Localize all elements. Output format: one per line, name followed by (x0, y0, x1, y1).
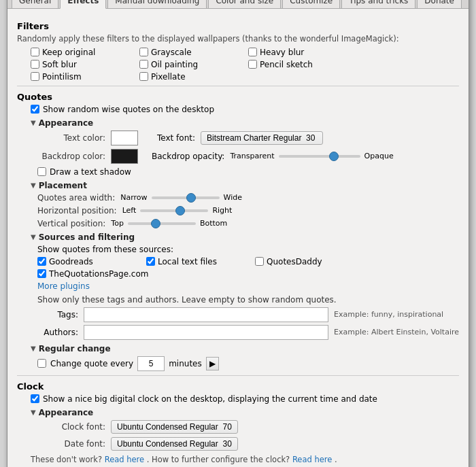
quotes-sources-section: ▼ Sources and filtering Show quotes from… (31, 232, 459, 340)
clock-font-button[interactable]: Ubuntu Condensed Regular 70 (111, 420, 238, 434)
authors-input[interactable] (84, 325, 328, 340)
filters-title: Filters (17, 21, 459, 31)
quotes-placement-arrow: ▼ (31, 181, 36, 189)
source-thequotationspage-checkbox[interactable] (37, 269, 46, 278)
backdrop-opacity-label: Backdrop opacity: (152, 152, 224, 161)
clock-help-text-middle: . How to further configure the clock? (147, 455, 290, 464)
tab-effects[interactable]: Effects (60, 0, 106, 9)
backdrop-color-picker[interactable] (111, 149, 138, 164)
date-font-value: Ubuntu Condensed Regular (117, 439, 218, 449)
text-font-label: Text font: (157, 133, 195, 143)
text-font-size: 30 (306, 133, 315, 143)
clock-help-text: These don't work? Read here . How to fur… (31, 455, 459, 464)
clock-appearance-label: Appearance (39, 408, 94, 417)
filter-pencil-sketch-checkbox[interactable] (248, 60, 257, 69)
quotes-show-checkbox[interactable] (31, 105, 39, 114)
filter-heavy-blur: Heavy blur (248, 48, 357, 57)
filter-pencil-sketch-label: Pencil sketch (260, 60, 313, 69)
filter-keep-original-label: Keep original (42, 48, 95, 57)
clock-read-here-2-link[interactable]: Read here (292, 455, 332, 464)
filter-grayscale-checkbox[interactable] (139, 48, 148, 56)
clock-appearance-header[interactable]: ▼ Appearance (31, 408, 459, 417)
tab-color-and-size[interactable]: Color and size (208, 0, 281, 8)
source-goodreads-checkbox[interactable] (37, 257, 46, 266)
tags-label: Tags: (37, 310, 78, 319)
horiz-slider[interactable] (140, 209, 208, 212)
filter-pixellate: Pixellate (139, 72, 248, 82)
authors-example: Example: Albert Einstein, Voltaire (334, 328, 459, 336)
clock-show-label: Show a nice big digital clock on the des… (43, 394, 377, 404)
clock-appearance-section: ▼ Appearance Clock font: Ubuntu Condense… (31, 408, 459, 451)
filter-keep-original-checkbox[interactable] (31, 48, 39, 56)
vert-slider[interactable] (128, 222, 196, 225)
source-quotesdaddy-checkbox[interactable] (255, 257, 264, 266)
tab-customize[interactable]: Customize (282, 0, 340, 8)
quotes-sources-header[interactable]: ▼ Sources and filtering (31, 232, 459, 242)
filter-pointilism-checkbox[interactable] (31, 72, 39, 81)
quotes-regular-change-content: Change quote every minutes ▶ (37, 356, 459, 371)
filter-pixellate-checkbox[interactable] (139, 72, 148, 81)
text-font-value: Bitstream Charter Regular (207, 133, 301, 143)
transparent-label: Transparent (230, 152, 274, 160)
quotes-regular-change-label: Regular change (39, 344, 111, 353)
more-plugins-link[interactable]: More plugins (37, 281, 459, 291)
shadow-label: Draw a text shadow (50, 167, 131, 177)
text-font-button[interactable]: Bitstream Charter Regular 30 (201, 131, 323, 145)
filter-soft-blur: Soft blur (31, 60, 139, 69)
shadow-checkbox[interactable] (37, 167, 46, 176)
date-font-size: 30 (222, 439, 231, 449)
tags-row: Tags: Example: funny, inspirational (37, 307, 459, 322)
tab-tips-and-tricks[interactable]: Tips and tricks (341, 0, 415, 8)
filter-keep-original: Keep original (31, 48, 139, 57)
filter-pointilism-label: Pointilism (42, 72, 82, 82)
narrow-label: Narrow (120, 193, 147, 202)
quotes-appearance-content: Text color: Text font: Bitstream Charter… (37, 131, 459, 177)
change-quote-label: Change quote every (50, 359, 133, 368)
authors-row: Authors: Example: Albert Einstein, Volta… (37, 325, 459, 340)
source-quotesdaddy-label: QuotesDaddy (267, 257, 322, 266)
change-quote-checkbox[interactable] (37, 359, 46, 368)
quotes-title: Quotes (17, 92, 459, 102)
opacity-slider-row: Transparent Opaque (230, 152, 393, 160)
horiz-row: Horizontal position: Left Right (37, 206, 459, 215)
content-area: Filters Randomly apply these filters to … (7, 9, 469, 468)
quotes-placement-header[interactable]: ▼ Placement (31, 181, 459, 190)
quotes-placement-label: Placement (39, 181, 87, 190)
filter-heavy-blur-label: Heavy blur (260, 48, 304, 57)
width-slider[interactable] (152, 196, 220, 199)
date-font-button[interactable]: Ubuntu Condensed Regular 30 (111, 437, 238, 451)
quotes-placement-section: ▼ Placement Quotes area width: Narrow Wi… (31, 181, 459, 228)
left-label: Left (122, 206, 137, 215)
filter-grayscale: Grayscale (139, 48, 248, 57)
filter-soft-blur-checkbox[interactable] (31, 60, 39, 69)
text-color-row: Text color: Text font: Bitstream Charter… (37, 131, 459, 145)
source-goodreads: Goodreads (37, 257, 146, 266)
filter-pointilism: Pointilism (31, 72, 139, 82)
quotes-appearance-section: ▼ Appearance Text color: Text font: Bits… (31, 118, 459, 177)
text-color-label: Text color: (37, 133, 105, 143)
filter-oil-painting-checkbox[interactable] (139, 60, 148, 69)
clock-period: . (335, 455, 337, 464)
tab-manual-downloading[interactable]: Manual downloading (107, 0, 207, 8)
tab-general[interactable]: General (12, 0, 58, 8)
vert-row: Vertical position: Top Bottom (37, 219, 459, 228)
clock-show-checkbox[interactable] (31, 394, 39, 403)
source-thequotationspage-label: TheQuotationsPage.com (49, 269, 149, 279)
source-local-text-checkbox[interactable] (146, 257, 155, 266)
tags-input[interactable] (84, 307, 328, 322)
quotes-appearance-arrow: ▼ (31, 119, 36, 126)
clock-font-size: 70 (222, 422, 231, 432)
clock-section: Clock Show a nice big digital clock on t… (17, 381, 459, 464)
minutes-spinner-btn[interactable]: ▶ (206, 357, 219, 370)
opacity-slider[interactable] (279, 155, 360, 158)
clock-read-here-1-link[interactable]: Read here (105, 455, 144, 464)
quotes-appearance-header[interactable]: ▼ Appearance (31, 118, 459, 128)
tab-donate[interactable]: Donate (417, 0, 462, 8)
filters-checkboxes: Keep original Grayscale Heavy blur Soft … (31, 48, 459, 82)
vert-slider-row: Top Bottom (111, 219, 227, 228)
filter-heavy-blur-checkbox[interactable] (248, 48, 257, 56)
change-quote-minutes-input[interactable] (137, 356, 165, 371)
quotes-regular-change-header[interactable]: ▼ Regular change (31, 344, 459, 353)
wide-label: Wide (224, 193, 242, 202)
text-color-picker[interactable] (111, 131, 138, 145)
